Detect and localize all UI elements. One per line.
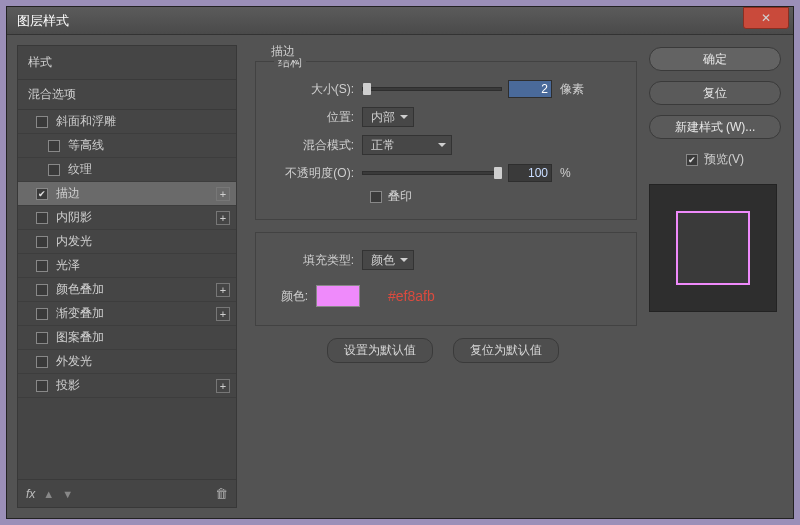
position-label: 位置:: [270, 109, 362, 126]
add-effect-icon[interactable]: +: [216, 379, 230, 393]
group-title-stroke: 描边: [267, 43, 299, 60]
style-row-4[interactable]: 内阴影+: [18, 206, 236, 230]
opacity-slider[interactable]: [362, 171, 502, 175]
style-list: 斜面和浮雕等高线纹理描边+内阴影+内发光光泽颜色叠加+渐变叠加+图案叠加外发光投…: [18, 110, 236, 479]
layer-style-dialog: 图层样式 ✕ 样式 混合选项 斜面和浮雕等高线纹理描边+内阴影+内发光光泽颜色叠…: [6, 6, 794, 519]
fill-type-label: 填充类型:: [270, 252, 362, 269]
structure-group: 结构 大小(S): 2 像素 位置: 内部 混合模式: 正常 不透明度(O):: [255, 61, 637, 220]
add-effect-icon[interactable]: +: [216, 211, 230, 225]
ok-button[interactable]: 确定: [649, 47, 781, 71]
style-row-6[interactable]: 光泽: [18, 254, 236, 278]
opacity-unit: %: [560, 166, 571, 180]
reset-button[interactable]: 复位: [649, 81, 781, 105]
fill-group: 填充类型: 颜色 颜色: #ef8afb: [255, 232, 637, 326]
style-row-3[interactable]: 描边+: [18, 182, 236, 206]
color-swatch[interactable]: [316, 285, 360, 307]
size-row: 大小(S): 2 像素: [270, 76, 622, 102]
style-checkbox[interactable]: [36, 236, 48, 248]
style-label: 内阴影: [56, 209, 216, 226]
opacity-row: 不透明度(O): 100 %: [270, 160, 622, 186]
add-effect-icon[interactable]: +: [216, 283, 230, 297]
reset-default-button[interactable]: 复位为默认值: [453, 338, 559, 363]
style-checkbox[interactable]: [36, 284, 48, 296]
arrow-up-icon[interactable]: ▲: [43, 488, 54, 500]
style-checkbox[interactable]: [36, 212, 48, 224]
trash-icon[interactable]: 🗑: [215, 486, 228, 501]
blend-label: 混合模式:: [270, 137, 362, 154]
style-label: 等高线: [68, 137, 230, 154]
size-unit: 像素: [560, 81, 584, 98]
opacity-input[interactable]: 100: [508, 164, 552, 182]
style-label: 斜面和浮雕: [56, 113, 230, 130]
dialog-body: 样式 混合选项 斜面和浮雕等高线纹理描边+内阴影+内发光光泽颜色叠加+渐变叠加+…: [7, 35, 793, 518]
action-panel: 确定 复位 新建样式 (W)... 预览(V): [649, 45, 781, 508]
style-checkbox[interactable]: [36, 188, 48, 200]
style-checkbox[interactable]: [48, 164, 60, 176]
overprint-checkbox[interactable]: [370, 191, 382, 203]
position-select[interactable]: 内部: [362, 107, 414, 127]
new-style-button[interactable]: 新建样式 (W)...: [649, 115, 781, 139]
overprint-row: 叠印: [370, 188, 622, 205]
blending-options[interactable]: 混合选项: [18, 79, 236, 110]
color-label: 颜色:: [270, 288, 316, 305]
style-label: 内发光: [56, 233, 230, 250]
size-input[interactable]: 2: [508, 80, 552, 98]
titlebar[interactable]: 图层样式 ✕: [7, 7, 793, 35]
style-row-2[interactable]: 纹理: [18, 158, 236, 182]
style-label: 颜色叠加: [56, 281, 216, 298]
size-slider[interactable]: [362, 87, 502, 91]
style-row-5[interactable]: 内发光: [18, 230, 236, 254]
style-checkbox[interactable]: [36, 308, 48, 320]
style-label: 图案叠加: [56, 329, 230, 346]
style-checkbox[interactable]: [48, 140, 60, 152]
style-label: 纹理: [68, 161, 230, 178]
style-checkbox[interactable]: [36, 116, 48, 128]
blend-row: 混合模式: 正常: [270, 132, 622, 158]
add-effect-icon[interactable]: +: [216, 187, 230, 201]
preview-label: 预览(V): [704, 151, 744, 168]
style-label: 投影: [56, 377, 216, 394]
style-checkbox[interactable]: [36, 260, 48, 272]
style-label: 描边: [56, 185, 216, 202]
style-row-11[interactable]: 投影+: [18, 374, 236, 398]
window-title: 图层样式: [17, 12, 69, 30]
color-row: 颜色: #ef8afb: [270, 283, 622, 309]
arrow-down-icon[interactable]: ▼: [62, 488, 73, 500]
style-row-8[interactable]: 渐变叠加+: [18, 302, 236, 326]
slider-thumb[interactable]: [494, 167, 502, 179]
styles-footer: fx ▲ ▼ 🗑: [18, 479, 236, 507]
close-button[interactable]: ✕: [743, 7, 789, 29]
fx-menu[interactable]: fx: [26, 487, 35, 501]
preview-checkbox[interactable]: [686, 154, 698, 166]
style-label: 渐变叠加: [56, 305, 216, 322]
close-icon: ✕: [761, 11, 771, 25]
styles-panel: 样式 混合选项 斜面和浮雕等高线纹理描边+内阴影+内发光光泽颜色叠加+渐变叠加+…: [17, 45, 237, 508]
set-default-button[interactable]: 设置为默认值: [327, 338, 433, 363]
size-label: 大小(S):: [270, 81, 362, 98]
fill-type-select[interactable]: 颜色: [362, 250, 414, 270]
preview-rect: [676, 211, 750, 285]
style-row-0[interactable]: 斜面和浮雕: [18, 110, 236, 134]
settings-panel: 描边 结构 大小(S): 2 像素 位置: 内部 混合模式: 正常: [249, 45, 637, 508]
style-row-9[interactable]: 图案叠加: [18, 326, 236, 350]
position-row: 位置: 内部: [270, 104, 622, 130]
opacity-label: 不透明度(O):: [270, 165, 362, 182]
style-row-7[interactable]: 颜色叠加+: [18, 278, 236, 302]
style-checkbox[interactable]: [36, 332, 48, 344]
overprint-label: 叠印: [388, 188, 412, 205]
preview-row: 预览(V): [649, 151, 781, 168]
style-label: 外发光: [56, 353, 230, 370]
style-row-10[interactable]: 外发光: [18, 350, 236, 374]
style-checkbox[interactable]: [36, 380, 48, 392]
slider-thumb[interactable]: [363, 83, 371, 95]
style-checkbox[interactable]: [36, 356, 48, 368]
blend-mode-select[interactable]: 正常: [362, 135, 452, 155]
add-effect-icon[interactable]: +: [216, 307, 230, 321]
fill-type-row: 填充类型: 颜色: [270, 247, 622, 273]
preview-box: [649, 184, 777, 312]
default-buttons: 设置为默认值 复位为默认值: [249, 338, 637, 363]
style-row-1[interactable]: 等高线: [18, 134, 236, 158]
style-label: 光泽: [56, 257, 230, 274]
color-hex: #ef8afb: [388, 288, 435, 304]
styles-header[interactable]: 样式: [18, 46, 236, 79]
